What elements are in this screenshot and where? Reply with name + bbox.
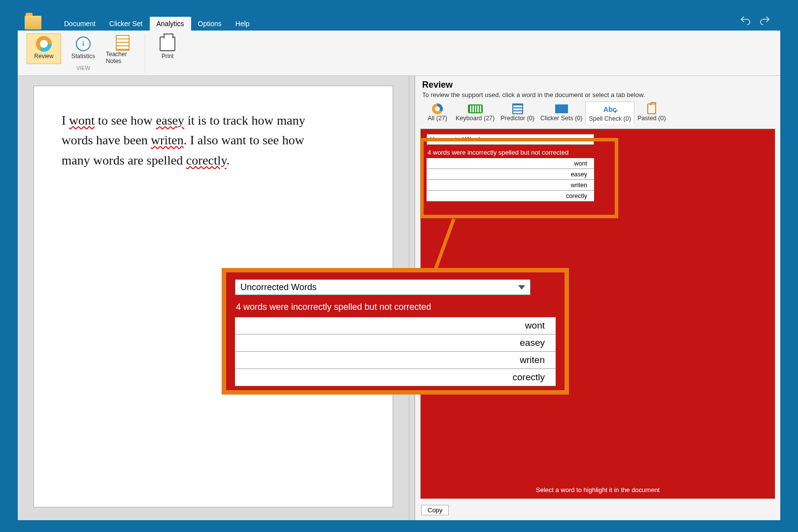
review-tab-spell-check[interactable]: AbcSpell Check (0) [585, 101, 634, 124]
spellcheck-icon: Abc [603, 105, 616, 113]
review-button[interactable]: Review [27, 33, 61, 64]
tab-analytics[interactable]: Analytics [150, 17, 191, 31]
zoom-dropdown[interactable]: Uncorrected Words [235, 279, 531, 295]
review-status: 4 words were incorrectly spelled but not… [428, 149, 769, 156]
uncorrected-words-table: wont easey writen corectly [427, 158, 594, 201]
ribbon: Review i Statistics Teacher Notes VIEW P… [18, 31, 780, 76]
undo-icon[interactable] [739, 15, 752, 26]
review-title: Review [422, 80, 773, 90]
teacher-notes-label: Teacher Notes [106, 51, 139, 65]
word-row[interactable]: wont [427, 158, 594, 169]
zoom-status: 4 words were incorrectly spelled but not… [236, 302, 556, 312]
document-text[interactable]: I wont to see how easey it is to track h… [62, 111, 365, 170]
teacher-notes-button[interactable]: Teacher Notes [105, 33, 140, 64]
zoom-word-row[interactable]: wont [235, 317, 556, 334]
review-subtitle: To review the support used, click a word… [422, 91, 773, 99]
misspelled-easey[interactable]: easey [156, 113, 184, 128]
review-tab-all[interactable]: All (27) [422, 101, 453, 124]
keyboard-icon [468, 104, 483, 113]
info-icon: i [76, 36, 91, 51]
donut-icon [36, 36, 52, 52]
tab-options[interactable]: Options [191, 17, 229, 31]
print-icon [160, 36, 175, 51]
misspelled-writen[interactable]: writen [151, 133, 183, 147]
word-row[interactable]: corectly [427, 191, 594, 201]
tab-help[interactable]: Help [229, 17, 257, 31]
folder-icon[interactable] [25, 16, 41, 30]
review-button-label: Review [34, 53, 53, 60]
misspelled-corectly[interactable]: corectly [186, 153, 227, 167]
clicker-sets-icon [555, 104, 568, 113]
statistics-button-label: Statistics [71, 53, 95, 60]
review-hint: Select a word to highlight it in the doc… [421, 483, 775, 499]
callout-zoom: Uncorrected Words 4 words were incorrect… [222, 268, 569, 395]
word-row[interactable]: easey [427, 169, 594, 180]
zoom-word-row[interactable]: writen [235, 352, 556, 369]
tab-clicker-set[interactable]: Clicker Set [102, 17, 150, 31]
review-tab-pasted[interactable]: Pasted (0) [634, 101, 669, 124]
ribbon-group-view-label: VIEW [76, 65, 90, 71]
tab-document[interactable]: Document [57, 17, 102, 31]
chevron-down-icon [518, 285, 525, 290]
zoom-words-table: wont easey writen corectly [235, 317, 556, 386]
redo-icon[interactable] [759, 15, 771, 26]
review-tab-clicker-sets[interactable]: Clicker Sets (0) [537, 101, 585, 124]
zoom-word-row[interactable]: easey [235, 334, 556, 352]
print-button[interactable]: Print [150, 33, 185, 64]
review-tab-keyboard[interactable]: Keyboard (27) [453, 101, 498, 124]
print-button-label: Print [162, 53, 174, 60]
review-tab-predictor[interactable]: Predictor (0) [498, 101, 537, 124]
statistics-button[interactable]: i Statistics [66, 33, 100, 64]
predictor-icon [512, 103, 523, 114]
copy-button[interactable]: Copy [421, 505, 449, 515]
menu-tabs: Document Clicker Set Analytics Options H… [57, 17, 257, 31]
misspelled-wont[interactable]: wont [69, 113, 95, 128]
donut-icon [432, 103, 443, 114]
zoom-word-row[interactable]: corectly [235, 369, 556, 386]
uncorrected-words-dropdown[interactable]: Uncorrected Words [427, 134, 594, 145]
notes-icon [116, 35, 130, 51]
chevron-down-icon [586, 138, 591, 141]
clipboard-icon [647, 103, 656, 114]
word-row[interactable]: writen [427, 180, 594, 191]
review-tabs: All (27) Keyboard (27) Predictor (0) Cli… [422, 101, 773, 124]
